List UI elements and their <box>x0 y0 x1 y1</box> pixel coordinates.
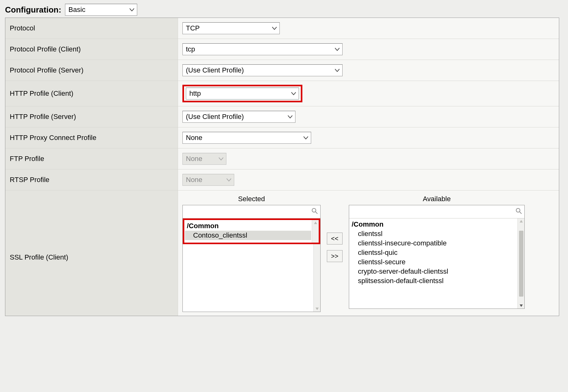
scroll-down-icon <box>519 304 523 307</box>
ssl-available-group-label: /Common <box>350 220 517 229</box>
row-http-profile-server-label: HTTP Profile (Server) <box>5 106 178 127</box>
svg-point-2 <box>516 208 520 212</box>
ssl-available-title: Available <box>423 195 451 203</box>
chevron-down-icon <box>303 136 308 139</box>
http-profile-client-highlight: http <box>182 85 302 102</box>
scrollbar[interactable] <box>313 244 320 312</box>
row-protocol: Protocol TCP <box>5 18 559 39</box>
row-http-proxy-connect-label: HTTP Proxy Connect Profile <box>5 127 178 148</box>
list-item[interactable]: clientssl-secure <box>350 257 517 267</box>
row-http-profile-client-label: HTTP Profile (Client) <box>5 81 178 106</box>
list-item[interactable]: splitsession-default-clientssl <box>350 276 517 286</box>
configuration-table: Protocol TCP Protocol Profile (Client) t… <box>5 18 559 316</box>
protocol-select-value: TCP <box>186 24 200 32</box>
row-ssl-profile-client: SSL Profile (Client) Selected <box>5 191 559 316</box>
chevron-down-icon <box>219 157 224 160</box>
chevron-down-icon <box>288 115 293 118</box>
http-profile-client-select[interactable]: http <box>186 88 299 99</box>
protocol-profile-client-select-value: tcp <box>186 45 195 53</box>
scrollbar[interactable] <box>312 220 319 243</box>
ssl-selected-title: Selected <box>238 195 265 203</box>
row-ftp-profile-label: FTP Profile <box>5 148 178 169</box>
row-protocol-profile-client: Protocol Profile (Client) tcp <box>5 39 559 60</box>
scroll-down-icon <box>315 307 319 310</box>
protocol-select[interactable]: TCP <box>182 22 280 34</box>
configuration-select-value: Basic <box>68 6 85 14</box>
chevron-down-icon <box>129 8 134 11</box>
chevron-down-icon <box>335 48 340 51</box>
row-protocol-profile-server: Protocol Profile (Server) (Use Client Pr… <box>5 60 559 81</box>
ftp-profile-select-value: None <box>186 155 203 163</box>
chevron-down-icon <box>226 178 231 181</box>
search-icon[interactable] <box>516 208 522 216</box>
ssl-selected-highlight: /CommonContoso_clientssl <box>183 218 320 244</box>
http-profile-server-select[interactable]: (Use Client Profile) <box>182 111 295 123</box>
row-protocol-profile-server-label: Protocol Profile (Server) <box>5 60 178 81</box>
http-profile-server-select-value: (Use Client Profile) <box>186 113 244 121</box>
chevron-down-icon <box>291 92 296 95</box>
configuration-label: Configuration: <box>5 5 61 15</box>
protocol-profile-server-select-value: (Use Client Profile) <box>186 66 244 74</box>
chevron-down-icon <box>272 27 277 30</box>
scroll-thumb[interactable] <box>519 231 523 297</box>
ftp-profile-select: None <box>182 153 226 165</box>
http-profile-client-select-value: http <box>189 89 201 98</box>
row-protocol-label: Protocol <box>5 18 178 39</box>
configuration-select[interactable]: Basic <box>65 4 137 16</box>
row-rtsp-profile-label: RTSP Profile <box>5 169 178 190</box>
ssl-move-right-button[interactable]: >> <box>327 250 343 262</box>
scroll-up-icon <box>519 220 523 223</box>
search-icon[interactable] <box>311 208 318 216</box>
list-item[interactable]: crypto-server-default-clientssl <box>350 267 517 276</box>
row-http-profile-client: HTTP Profile (Client) http <box>5 81 559 106</box>
scrollbar[interactable] <box>517 218 524 309</box>
svg-line-1 <box>316 212 317 214</box>
ssl-move-left-button[interactable]: << <box>327 233 343 244</box>
http-proxy-connect-select[interactable]: None <box>182 132 311 144</box>
rtsp-profile-select-value: None <box>186 176 203 184</box>
row-ssl-profile-client-label: SSL Profile (Client) <box>5 191 178 316</box>
svg-line-3 <box>520 212 522 214</box>
row-http-profile-server: HTTP Profile (Server) (Use Client Profil… <box>5 106 559 127</box>
row-ftp-profile: FTP Profile None <box>5 148 559 169</box>
http-proxy-connect-select-value: None <box>186 134 203 142</box>
protocol-profile-client-select[interactable]: tcp <box>182 43 343 55</box>
scroll-up-icon <box>314 221 317 224</box>
svg-point-0 <box>312 208 316 212</box>
chevron-down-icon <box>335 69 340 72</box>
ssl-selected-listbox[interactable]: /CommonContoso_clientssl <box>182 205 321 312</box>
list-item[interactable]: clientssl-insecure-compatible <box>350 239 517 248</box>
rtsp-profile-select: None <box>182 174 234 186</box>
row-rtsp-profile: RTSP Profile None <box>5 169 559 191</box>
row-http-proxy-connect: HTTP Proxy Connect Profile None <box>5 127 559 148</box>
ssl-selected-group-label: /Common <box>185 221 311 231</box>
row-protocol-profile-client-label: Protocol Profile (Client) <box>5 39 178 60</box>
ssl-available-listbox[interactable]: /Commonclientsslclientssl-insecure-compa… <box>349 205 525 309</box>
list-item[interactable]: clientssl-quic <box>350 248 517 257</box>
list-item[interactable]: Contoso_clientssl <box>185 231 311 240</box>
list-item[interactable]: clientssl <box>350 229 517 239</box>
protocol-profile-server-select[interactable]: (Use Client Profile) <box>182 64 343 76</box>
